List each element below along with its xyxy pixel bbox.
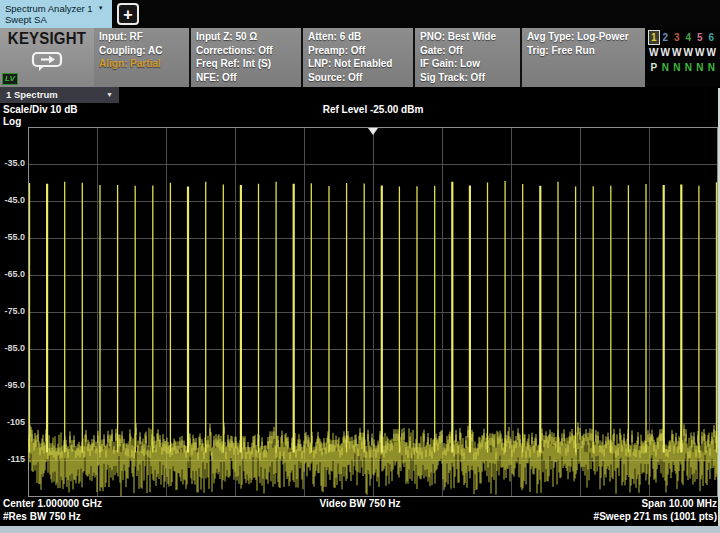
graticule	[28, 127, 718, 497]
add-tab-button[interactable]: +	[117, 3, 139, 25]
y-axis-tick-label: -85.0	[0, 343, 25, 354]
trace-number-2[interactable]: 2	[660, 30, 672, 45]
brand-panel: KEYSIGHT LV	[0, 28, 94, 87]
trace-number-6[interactable]: 6	[706, 30, 718, 45]
settings-line: Sig Track: Off	[420, 71, 515, 85]
scale-div-annotation[interactable]: Scale/Div 10 dB	[3, 104, 77, 115]
trace-type-3[interactable]: W	[671, 45, 683, 60]
measurement-label: 1 Spectrum	[6, 89, 58, 100]
span-annotation[interactable]: Span 10.00 MHz	[641, 498, 717, 509]
trace-type: WWWWWW	[648, 45, 720, 60]
center-freq-annotation[interactable]: Center 1.000000 GHz	[3, 498, 102, 509]
measurement-dropdown[interactable]: 1 Spectrum ▼	[0, 87, 119, 103]
sweep-annotation[interactable]: #Sweep 271 ms (1001 pts)	[594, 511, 717, 522]
trace-detector-6[interactable]: N	[706, 60, 718, 75]
spectrum-analyzer-screen: Spectrum Analyzer 1▼ Swept SA + KEYSIGHT…	[0, 0, 720, 533]
tab-subtitle: Swept SA	[5, 14, 107, 25]
footer-line-1: Center 1.000000 GHz Video BW 750 Hz Span…	[3, 498, 717, 511]
settings-panel-1[interactable]: Input: RFCoupling: ACAlign: Partial	[94, 28, 189, 87]
trace-type-4[interactable]: W	[683, 45, 695, 60]
y-axis-tick-label: -55.0	[0, 232, 25, 243]
res-bw-annotation[interactable]: #Res BW 750 Hz	[3, 511, 81, 522]
settings-panel-3[interactable]: Atten: 6 dBPreamp: OffLNP: Not EnabledSo…	[303, 28, 413, 87]
settings-line: Atten: 6 dB	[308, 30, 408, 44]
log-scale-annotation: Log	[3, 116, 21, 127]
lv-badge: LV	[2, 73, 18, 85]
trace-detector-5[interactable]: N	[694, 60, 706, 75]
trace-detector-3[interactable]: N	[671, 60, 683, 75]
settings-line: PNO: Best Wide	[420, 30, 515, 44]
header-bar: KEYSIGHT LV Input: RFCoupling: ACAlign: …	[0, 28, 720, 87]
settings-bar: Input: RFCoupling: ACAlign: PartialInput…	[94, 28, 645, 87]
y-axis-tick-label: -65.0	[0, 269, 25, 280]
settings-line: Input: RF	[99, 30, 184, 44]
trace-number-1[interactable]: 1	[648, 30, 660, 45]
trace-type-6[interactable]: W	[706, 45, 718, 60]
settings-line: Trig: Free Run	[527, 44, 640, 58]
trace-detector: PNNNNN	[648, 60, 720, 75]
video-bw-annotation[interactable]: Video BW 750 Hz	[320, 498, 401, 509]
settings-line: Coupling: AC	[99, 44, 184, 58]
measurement-bar: 1 Spectrum ▼	[0, 87, 720, 103]
trace-detector-2[interactable]: N	[660, 60, 672, 75]
settings-line: Corrections: Off	[196, 44, 296, 58]
trace-number-4[interactable]: 4	[683, 30, 695, 45]
y-axis-tick-label: -45.0	[0, 195, 25, 206]
center-freq-marker	[368, 128, 378, 135]
tab-spectrum-analyzer[interactable]: Spectrum Analyzer 1▼ Swept SA	[0, 0, 112, 28]
settings-line: IF Gain: Low	[420, 57, 515, 71]
trace-table[interactable]: 123456WWWWWWPNNNNN	[645, 28, 720, 87]
settings-line: Gate: Off	[420, 44, 515, 58]
trace-number-3[interactable]: 3	[671, 30, 683, 45]
ref-level-annotation[interactable]: Ref Level -25.00 dBm	[323, 104, 424, 115]
settings-line: Align: Partial	[99, 57, 184, 71]
keysight-logo: KEYSIGHT	[0, 28, 94, 48]
settings-line: Avg Type: Log-Power	[527, 30, 640, 44]
chevron-down-icon: ▼	[106, 87, 113, 103]
settings-line: LNP: Not Enabled	[308, 57, 408, 71]
y-axis-tick-label: -115	[0, 454, 25, 465]
y-axis-tick-label: -75.0	[0, 306, 25, 317]
chevron-down-icon: ▼	[98, 5, 104, 11]
trace-detector-1[interactable]: P	[648, 60, 660, 75]
help-bubble-icon[interactable]	[30, 51, 64, 73]
settings-line: NFE: Off	[196, 71, 296, 85]
tab-bar: Spectrum Analyzer 1▼ Swept SA +	[0, 0, 720, 28]
settings-panel-4[interactable]: PNO: Best WideGate: OffIF Gain: LowSig T…	[415, 28, 520, 87]
trace-type-2[interactable]: W	[660, 45, 672, 60]
settings-line: Freq Ref: Int (S)	[196, 57, 296, 71]
trace-type-1[interactable]: W	[648, 45, 660, 60]
settings-panel-5[interactable]: Avg Type: Log-PowerTrig: Free Run	[522, 28, 645, 87]
settings-panel-2[interactable]: Input Z: 50 ΩCorrections: OffFreq Ref: I…	[191, 28, 301, 87]
footer-line-2: #Res BW 750 Hz #Sweep 271 ms (1001 pts)	[3, 511, 717, 524]
y-axis-tick-label: -35.0	[0, 158, 25, 169]
trace-type-5[interactable]: W	[694, 45, 706, 60]
trace-number: 123456	[648, 30, 720, 45]
spectrum-trace	[28, 127, 718, 497]
settings-line: Input Z: 50 Ω	[196, 30, 296, 44]
tab-title: Spectrum Analyzer 1▼	[5, 3, 107, 14]
y-axis-tick-label: -105	[0, 417, 25, 428]
trace-number-5[interactable]: 5	[694, 30, 706, 45]
bottom-edge-strip	[0, 526, 720, 533]
y-axis-tick-label: -95.0	[0, 380, 25, 391]
trace-detector-4[interactable]: N	[683, 60, 695, 75]
settings-line: Preamp: Off	[308, 44, 408, 58]
settings-line: Source: Off	[308, 71, 408, 85]
